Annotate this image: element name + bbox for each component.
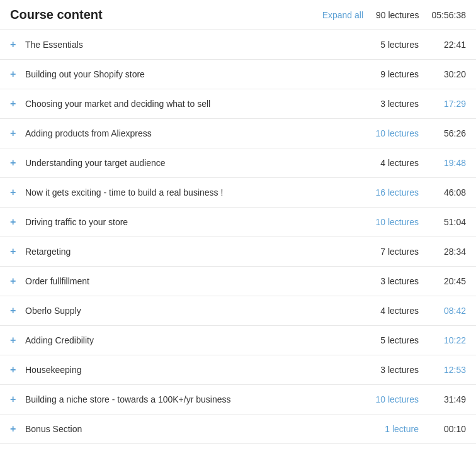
course-rows: +The Essentials5 lectures22:41+Building … [0,30,476,444]
course-content-container: Course content Expand all 90 lectures 05… [0,0,476,444]
row-title: Housekeeping [25,365,362,375]
row-lectures: 7 lectures [362,247,419,257]
table-row[interactable]: +Retargeting7 lectures28:34 [0,237,476,267]
table-row[interactable]: +Adding products from Aliexpress10 lectu… [0,119,476,148]
course-header: Course content Expand all 90 lectures 05… [0,0,476,30]
row-title: Now it gets exciting - time to build a r… [25,187,362,198]
row-lectures: 1 lecture [362,424,419,434]
row-title: Order fullfillment [25,276,362,286]
table-row[interactable]: +Building a niche store - towards a 100K… [0,385,476,415]
table-row[interactable]: +Now it gets exciting - time to build a … [0,178,476,208]
row-title: Driving traffic to your store [25,217,362,227]
table-row[interactable]: +Driving traffic to your store10 lecture… [0,208,476,237]
expand-icon: + [10,305,19,316]
expand-icon: + [10,364,19,376]
row-duration: 20:45 [431,276,466,286]
expand-all-button[interactable]: Expand all [322,10,363,20]
row-title: Adding products from Aliexpress [25,128,362,138]
row-title: Oberlo Supply [25,306,362,316]
row-duration: 08:42 [431,306,466,316]
row-lectures: 4 lectures [362,158,419,168]
page-title: Course content [10,8,322,22]
table-row[interactable]: +Building out your Shopify store9 lectur… [0,60,476,89]
row-duration: 22:41 [431,40,466,50]
row-duration: 12:53 [431,365,466,375]
row-duration: 19:48 [431,158,466,168]
row-duration: 31:49 [431,394,466,404]
row-duration: 46:08 [431,187,466,198]
table-row[interactable]: +Adding Credibility5 lectures10:22 [0,326,476,355]
row-title: Building a niche store - towards a 100K+… [25,394,362,404]
table-row[interactable]: +The Essentials5 lectures22:41 [0,30,476,60]
row-lectures: 4 lectures [362,306,419,316]
expand-icon: + [10,423,19,435]
row-title: Understanding your target audience [25,158,362,168]
table-row[interactable]: +Bonus Section1 lecture00:10 [0,415,476,444]
row-lectures: 16 lectures [362,187,419,198]
expand-icon: + [10,394,19,405]
row-duration: 17:29 [431,99,466,109]
row-lectures: 9 lectures [362,69,419,79]
total-lectures: 90 lectures [376,10,419,20]
table-row[interactable]: +Choosing your market and deciding what … [0,89,476,119]
row-duration: 30:20 [431,69,466,79]
row-lectures: 3 lectures [362,99,419,109]
row-lectures: 5 lectures [362,40,419,50]
total-duration: 05:56:38 [432,10,467,20]
expand-icon: + [10,157,19,169]
row-lectures: 3 lectures [362,365,419,375]
row-title: Bonus Section [25,424,362,434]
table-row[interactable]: +Housekeeping3 lectures12:53 [0,355,476,385]
row-duration: 28:34 [431,247,466,257]
row-title: Adding Credibility [25,335,362,345]
expand-icon: + [10,216,19,228]
table-row[interactable]: +Understanding your target audience4 lec… [0,148,476,178]
row-title: Building out your Shopify store [25,69,362,79]
expand-icon: + [10,69,19,80]
expand-icon: + [10,246,19,257]
row-duration: 56:26 [431,128,466,138]
expand-icon: + [10,335,19,346]
row-lectures: 10 lectures [362,394,419,404]
row-lectures: 10 lectures [362,217,419,227]
row-title: Choosing your market and deciding what t… [25,99,362,109]
row-lectures: 10 lectures [362,128,419,138]
expand-icon: + [10,275,19,287]
row-title: Retargeting [25,247,362,257]
row-lectures: 5 lectures [362,335,419,345]
row-lectures: 3 lectures [362,276,419,286]
row-duration: 00:10 [431,424,466,434]
table-row[interactable]: +Order fullfillment3 lectures20:45 [0,267,476,296]
expand-icon: + [10,187,19,198]
row-duration: 51:04 [431,217,466,227]
row-title: The Essentials [25,40,362,50]
expand-icon: + [10,128,19,139]
expand-icon: + [10,39,19,50]
expand-icon: + [10,98,19,109]
row-duration: 10:22 [431,335,466,345]
table-row[interactable]: +Oberlo Supply4 lectures08:42 [0,296,476,326]
